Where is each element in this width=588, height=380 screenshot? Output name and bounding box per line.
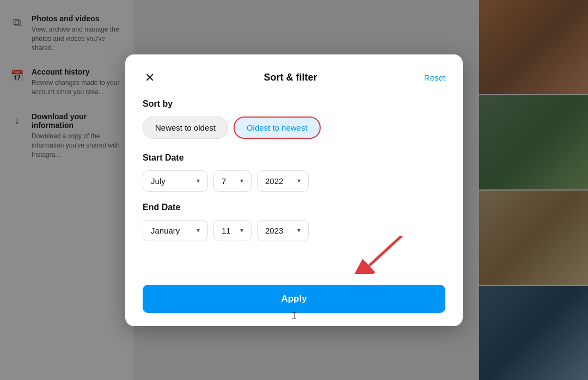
start-year-dropdown[interactable]: 2022 ▾ [257, 170, 309, 192]
start-date-label: Start Date [143, 153, 445, 163]
start-year-value: 2022 [265, 176, 293, 186]
sort-filter-modal: ✕ Sort & filter Reset Sort by Newest to … [125, 54, 463, 326]
start-month-dropdown[interactable]: July ▾ [143, 170, 208, 192]
end-day-arrow-icon: ▾ [240, 226, 243, 234]
end-year-dropdown[interactable]: 2023 ▾ [257, 220, 309, 241]
end-date-label: End Date [143, 203, 445, 212]
modal-header: ✕ Sort & filter Reset [143, 70, 445, 86]
start-date-dropdowns: July ▾ 7 ▾ 2022 ▾ [143, 170, 445, 192]
end-year-arrow-icon: ▾ [297, 226, 301, 234]
start-day-dropdown[interactable]: 7 ▾ [213, 170, 252, 192]
close-button[interactable]: ✕ [143, 70, 157, 86]
start-month-value: July [151, 176, 192, 186]
end-day-dropdown[interactable]: 11 ▾ [213, 220, 252, 241]
end-day-value: 11 [222, 226, 236, 235]
cursor-icon: 𝙸 [291, 310, 298, 321]
start-day-arrow-icon: ▾ [240, 177, 243, 185]
end-month-value: January [151, 226, 192, 235]
sort-newest-button[interactable]: Newest to oldest [143, 117, 228, 139]
arrow-annotation [143, 252, 445, 279]
end-month-dropdown[interactable]: January ▾ [143, 220, 208, 241]
sort-by-section: Sort by Newest to oldest Oldest to newes… [143, 99, 445, 139]
start-day-value: 7 [222, 176, 236, 186]
end-month-arrow-icon: ▾ [197, 226, 200, 234]
svg-line-1 [369, 236, 402, 266]
end-year-value: 2023 [265, 226, 293, 235]
sort-options: Newest to oldest Oldest to newest [143, 117, 445, 139]
modal-backdrop: ✕ Sort & filter Reset Sort by Newest to … [0, 0, 588, 380]
start-year-arrow-icon: ▾ [297, 177, 301, 185]
reset-button[interactable]: Reset [424, 73, 445, 82]
start-date-section: Start Date July ▾ 7 ▾ 2022 ▾ [143, 153, 445, 192]
start-month-arrow-icon: ▾ [197, 177, 200, 185]
sort-oldest-button[interactable]: Oldest to newest [234, 117, 321, 139]
red-arrow-svg [304, 236, 413, 274]
sort-by-label: Sort by [143, 99, 445, 109]
modal-title: Sort & filter [157, 72, 424, 83]
